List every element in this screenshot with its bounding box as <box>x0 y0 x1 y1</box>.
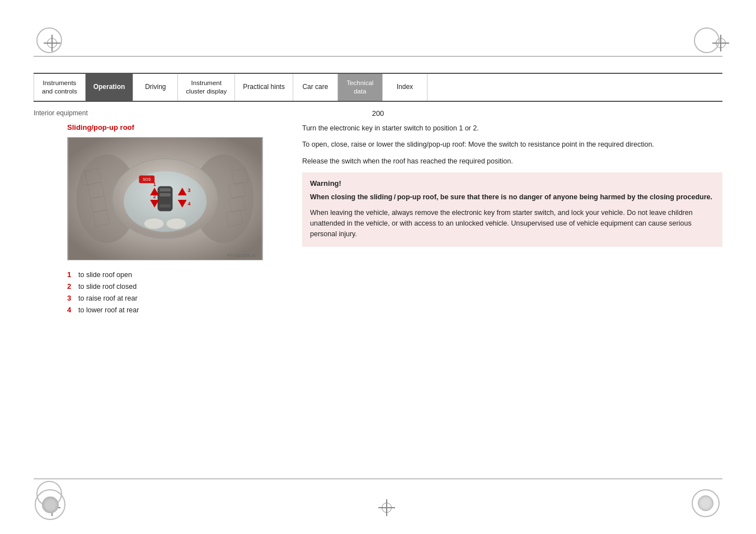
nav-operation[interactable]: Operation <box>86 74 134 101</box>
paragraph-1: Turn the electronic key in starter switc… <box>302 123 722 134</box>
list-item: 1 to slide roof open <box>67 270 280 279</box>
paragraph-2: To open, close, raise or lower the slidi… <box>302 139 722 150</box>
nav-index[interactable]: Index <box>383 74 428 101</box>
nav-instrument-cluster[interactable]: Instrument cluster display <box>178 74 235 101</box>
steps-list: 1 to slide roof open 2 to slide roof clo… <box>67 270 280 314</box>
nav-car-care[interactable]: Car care <box>293 74 338 101</box>
list-item: 3 to raise roof at rear <box>67 294 280 302</box>
navigation-bar: Instruments and controls Operation Drivi… <box>34 73 722 102</box>
nav-instruments[interactable]: Instruments and controls <box>34 74 86 101</box>
svg-rect-10 <box>159 204 171 208</box>
svg-text:P77.00-2039-26: P77.00-2039-26 <box>228 254 256 257</box>
paragraph-3: Release the switch when the roof has rea… <box>302 156 722 167</box>
warning-text-2: When leaving the vehicle, always remove … <box>310 208 715 240</box>
svg-text:1: 1 <box>153 181 156 187</box>
right-content: Turn the electronic key in starter switc… <box>280 123 722 317</box>
page-number: 200 <box>372 109 384 118</box>
section-title: Sliding/pop-up roof <box>67 123 280 132</box>
warning-title: Warning! <box>310 179 715 188</box>
warning-text-1: When closing the sliding / pop-up roof, … <box>310 192 715 203</box>
svg-text:2: 2 <box>153 194 156 199</box>
svg-text:4: 4 <box>188 201 191 207</box>
warning-box: Warning! When closing the sliding / pop-… <box>302 172 722 247</box>
roof-image: SOS 1 2 <box>67 137 263 260</box>
list-item: 2 to slide roof closed <box>67 282 280 291</box>
svg-rect-8 <box>159 188 171 191</box>
sub-header: Interior equipment 200 <box>34 109 722 117</box>
section-label: Interior equipment <box>34 109 88 117</box>
svg-point-20 <box>166 218 186 229</box>
nav-technical-data[interactable]: Technical data <box>338 74 383 101</box>
svg-rect-9 <box>159 193 171 196</box>
nav-driving[interactable]: Driving <box>133 74 178 101</box>
svg-text:3: 3 <box>188 188 191 193</box>
svg-text:SOS: SOS <box>143 177 151 181</box>
svg-point-19 <box>144 218 164 229</box>
list-item: 4 to lower roof at rear <box>67 306 280 314</box>
nav-practical-hints[interactable]: Practical hints <box>235 74 293 101</box>
